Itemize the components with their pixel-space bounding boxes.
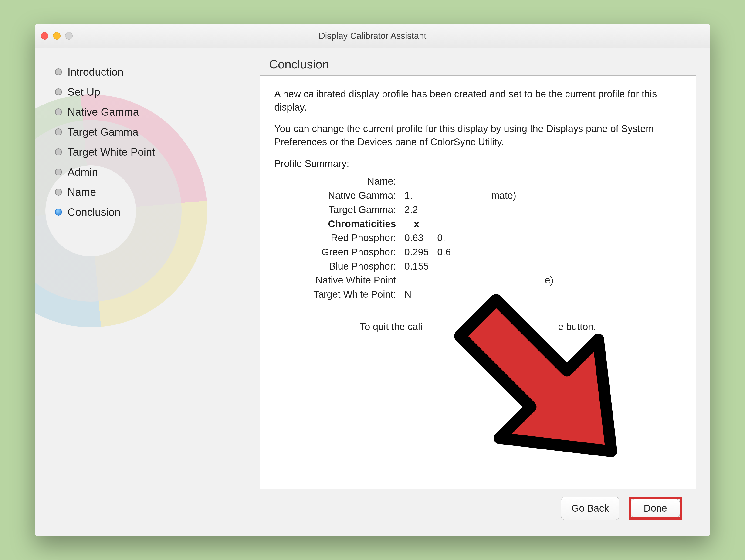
profile-summary-heading: Profile Summary:	[274, 157, 682, 170]
bullet-icon	[55, 68, 62, 75]
bullet-icon	[55, 168, 62, 175]
summary-row-green: Green Phosphor: 0.295 0.6	[309, 245, 558, 259]
summary-row-native-gamma: Native Gamma: 1. mate)	[309, 189, 558, 203]
footer-buttons: Go Back Done	[260, 490, 696, 529]
done-button[interactable]: Done	[631, 499, 680, 518]
summary-row-red: Red Phosphor: 0.63 0.	[309, 231, 558, 245]
step-content: Conclusion A new calibrated display prof…	[260, 48, 710, 536]
bullet-icon	[55, 108, 62, 116]
window-title: Display Calibrator Assistant	[35, 31, 710, 41]
bullet-icon	[55, 89, 62, 95]
go-back-button[interactable]: Go Back	[561, 497, 619, 520]
page-title: Conclusion	[269, 57, 696, 71]
summary-row-blue: Blue Phosphor: 0.155	[309, 259, 558, 273]
conclusion-panel: A new calibrated display profile has bee…	[260, 75, 696, 490]
step-label: Introduction	[67, 66, 123, 78]
step-native-gamma: Native Gamma	[55, 102, 251, 122]
step-name: Name	[55, 182, 251, 202]
bullet-icon	[55, 129, 62, 135]
summary-row-name: Name:	[309, 174, 558, 189]
summary-row-target-gamma: Target Gamma: 2.2	[309, 203, 558, 217]
bullet-icon	[55, 189, 62, 196]
intro-paragraph-2: You can change the current profile for t…	[274, 122, 682, 149]
summary-row-target-wp: Target White Point: N	[309, 288, 558, 302]
summary-row-chroma-header: Chromaticities x	[309, 217, 558, 231]
step-label: Native Gamma	[67, 106, 139, 118]
annotation-highlight: Done	[628, 497, 682, 520]
titlebar: Display Calibrator Assistant	[35, 24, 710, 48]
step-label: Admin	[67, 166, 98, 178]
window-body: Introduction Set Up Native Gamma Target …	[35, 48, 710, 536]
step-label: Set Up	[67, 86, 100, 98]
summary-row-native-wp: Native White Point e)	[309, 273, 558, 288]
steps-sidebar: Introduction Set Up Native Gamma Target …	[35, 48, 260, 536]
profile-summary-table: Name: Native Gamma: 1. mate) Target Gamm…	[309, 174, 558, 301]
assistant-window: Display Calibrator Assistant Introductio…	[35, 24, 710, 536]
step-introduction: Introduction	[55, 62, 251, 82]
step-label: Target Gamma	[67, 126, 138, 138]
bullet-icon	[55, 208, 62, 216]
bullet-icon	[55, 149, 62, 156]
step-setup: Set Up	[55, 82, 251, 102]
step-label: Name	[67, 186, 96, 198]
step-target-white-point: Target White Point	[55, 142, 251, 162]
step-conclusion: Conclusion	[55, 202, 251, 222]
intro-paragraph-1: A new calibrated display profile has bee…	[274, 88, 682, 114]
step-admin: Admin	[55, 162, 251, 182]
step-label: Target White Point	[67, 146, 155, 158]
step-label: Conclusion	[67, 206, 121, 218]
quit-instruction: To quit the cali e button.	[274, 320, 682, 333]
step-target-gamma: Target Gamma	[55, 122, 251, 142]
